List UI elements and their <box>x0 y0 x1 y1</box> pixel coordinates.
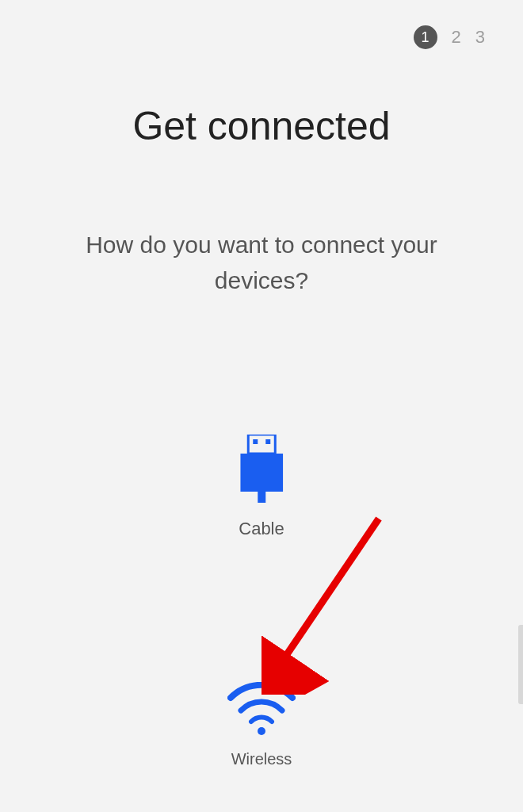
svg-point-5 <box>258 727 265 735</box>
svg-rect-3 <box>240 454 283 492</box>
step-1: 1 <box>414 25 437 49</box>
page-subtitle: How do you want to connect your devices? <box>48 227 475 298</box>
edge-indicator <box>518 625 523 704</box>
svg-rect-4 <box>258 492 265 503</box>
svg-rect-1 <box>253 439 258 444</box>
option-wireless-label: Wireless <box>231 750 292 768</box>
annotation-arrow <box>262 512 388 698</box>
usb-cable-icon <box>240 435 283 506</box>
svg-line-7 <box>276 519 379 671</box>
option-wireless[interactable]: Wireless <box>227 682 296 768</box>
option-cable[interactable]: Cable <box>239 435 284 539</box>
step-2: 2 <box>452 27 461 48</box>
page-title: Get connected <box>0 103 523 149</box>
step-3: 3 <box>475 27 485 48</box>
option-cable-label: Cable <box>239 519 284 539</box>
svg-rect-0 <box>248 435 275 454</box>
wifi-icon <box>227 682 296 741</box>
step-indicator: 1 2 3 <box>414 25 486 49</box>
svg-rect-2 <box>265 439 270 444</box>
